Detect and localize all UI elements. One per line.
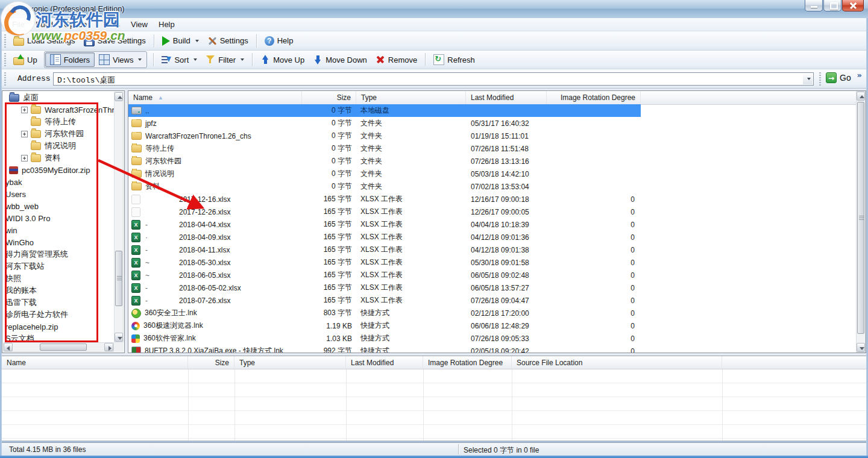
chevron-down-icon[interactable] <box>193 58 197 61</box>
file-row[interactable]: 资料0 字节文件夹07/02/18 13:53:04 <box>128 180 641 193</box>
toolbar-grip[interactable] <box>819 72 821 86</box>
list-vertical-scrollbar[interactable] <box>856 91 866 353</box>
queue-column-header-image-rotation-degree[interactable]: Image Rotation Degree <box>423 356 512 369</box>
file-row[interactable]: 8UFTP 3.8.2.0 XiaZaiBa.exe - 快捷方式.lnk992… <box>128 345 641 353</box>
chevron-down-icon[interactable] <box>241 58 244 61</box>
cell-name: 360软件管家.lnk <box>128 333 302 344</box>
menu-item-help[interactable]: Help <box>153 18 180 31</box>
file-row[interactable]: -2018-04-04.xlsx165 字节XLSX 工作表04/04/18 1… <box>128 218 641 231</box>
queue-column-header-last-modified[interactable]: Last Modified <box>346 356 423 369</box>
tree-horizontal-scrollbar[interactable] <box>3 342 114 352</box>
menu-item-options[interactable]: Options <box>58 18 96 31</box>
queue-column-header-type[interactable]: Type <box>234 356 346 369</box>
toolbar-grip[interactable] <box>4 34 6 48</box>
file-row[interactable]: Warcraft3FrozenThrone1.26_chs0 字节文件夹01/1… <box>128 130 641 142</box>
load-settings-button[interactable]: Load Settings <box>9 34 80 47</box>
file-row[interactable]: ·2018-04-09.xlsx165 字节XLSX 工作表04/12/18 0… <box>128 231 641 243</box>
chevron-down-icon[interactable] <box>195 40 199 42</box>
file-row[interactable]: 360软件管家.lnk1.03 KB快捷方式07/26/18 09:05:330 <box>128 332 641 345</box>
help-button[interactable]: ? Help <box>260 35 298 47</box>
scroll-left-button[interactable] <box>4 343 13 351</box>
queue-column-header-source-file-location[interactable]: Source File Location <box>512 356 722 369</box>
settings-button[interactable]: Settings <box>203 35 253 47</box>
column-header-last-modified[interactable]: Last Modified <box>466 91 547 104</box>
close-button[interactable] <box>842 0 864 11</box>
cell-name: ~2018-06-05.xlsx <box>128 271 302 280</box>
file-row[interactable]: -2018-04-11.xlsx165 字节XLSX 工作表04/12/18 0… <box>128 243 641 256</box>
menu-item-build[interactable]: Build <box>30 18 58 31</box>
toolbar-separator <box>153 53 154 66</box>
tree-vertical-scrollbar[interactable] <box>114 92 124 342</box>
scroll-down-button[interactable] <box>115 333 123 342</box>
menu-item-view[interactable]: View <box>125 18 153 31</box>
cell-rotation: 0 <box>547 271 641 280</box>
tree-item[interactable]: 桌面 <box>3 92 114 104</box>
scrollbar-thumb[interactable] <box>857 102 864 334</box>
column-header-image-rotation-degree[interactable]: Image Rotation Degree <box>547 91 641 104</box>
scroll-right-button[interactable] <box>104 343 113 351</box>
file-row[interactable]: 360安全卫士.lnk803 字节快捷方式02/12/18 17:20:000 <box>128 307 641 319</box>
file-row[interactable]: ~2018-06-05.xlsx165 字节XLSX 工作表06/05/18 0… <box>128 269 641 281</box>
browse-toolbar: Up Folders Views Sort Filter <box>2 51 866 69</box>
column-header-name[interactable]: Name▲ <box>128 91 302 104</box>
queue-column-header-name[interactable]: Name <box>2 356 188 369</box>
cell-rotation: 0 <box>547 347 641 353</box>
sort-ascending-icon: ▲ <box>158 95 163 101</box>
file-row[interactable]: 河东软件园0 字节文件夹07/26/18 13:13:16 <box>128 155 641 168</box>
red-x-icon <box>376 55 385 64</box>
sort-button[interactable]: Sort <box>157 54 201 66</box>
scrollbar-corner <box>114 342 124 352</box>
folder-icon <box>131 157 142 165</box>
file-row[interactable]: 2017-12-16.xlsx165 字节XLSX 工作表12/16/17 09… <box>128 193 641 205</box>
scroll-down-button[interactable] <box>857 343 865 352</box>
file-row[interactable]: 2017-12-26.xlsx165 字节XLSX 工作表12/26/17 09… <box>128 205 641 218</box>
menu-item-file[interactable]: File <box>7 18 30 31</box>
move-down-button[interactable]: Move Down <box>309 54 371 66</box>
file-name: 河东软件园 <box>145 156 181 166</box>
build-button[interactable]: Build <box>158 35 203 47</box>
cell-type: 快捷方式 <box>356 333 466 344</box>
cell-last-modified: 02/05/18 09:20:42 <box>466 347 547 353</box>
move-up-button[interactable]: Move Up <box>256 54 309 66</box>
scroll-up-button[interactable] <box>115 92 123 101</box>
file-row[interactable]: ..0 字节本地磁盘 <box>128 104 641 117</box>
toolbar-grip[interactable] <box>4 53 6 66</box>
scrollbar-thumb[interactable] <box>115 251 122 306</box>
column-grid-line <box>188 369 189 441</box>
cell-name: Warcraft3FrozenThrone1.26_chs <box>128 132 302 140</box>
folders-toggle-button[interactable]: Folders <box>45 52 95 67</box>
file-row[interactable]: 情况说明0 字节文件夹05/03/18 14:42:10 <box>128 168 641 180</box>
cell-last-modified: 05/03/18 14:42:10 <box>466 170 547 178</box>
maximize-button[interactable] <box>823 0 841 11</box>
chevron-down-icon[interactable] <box>138 58 142 61</box>
refresh-button[interactable]: Refresh <box>429 53 479 66</box>
remove-button[interactable]: Remove <box>371 54 421 66</box>
cell-last-modified: 04/12/18 09:01:36 <box>466 233 547 242</box>
file-row[interactable]: -2018-07-26.xlsx165 字节XLSX 工作表07/26/18 0… <box>128 294 641 307</box>
file-row[interactable]: -2018-06-05-02.xlsx165 字节XLSX 工作表06/05/1… <box>128 281 641 294</box>
toolbar-grip[interactable] <box>4 72 6 86</box>
go-button[interactable]: → Go <box>823 71 854 84</box>
build-label: Build <box>173 36 190 45</box>
queue-column-header-size[interactable]: Size <box>188 356 234 369</box>
file-row[interactable]: 360极速浏览器.lnk1.19 KB快捷方式06/06/18 12:48:29… <box>128 319 641 332</box>
redaction-mark: · <box>145 233 151 242</box>
scrollbar-thumb[interactable] <box>40 344 87 351</box>
views-button[interactable]: Views <box>95 53 146 66</box>
filter-button[interactable]: Filter <box>201 54 248 66</box>
title-bar[interactable]: Foxonic (Professional Edition) <box>0 0 868 19</box>
column-header-type[interactable]: Type <box>356 91 466 104</box>
up-button[interactable]: Up <box>9 54 42 66</box>
minimize-button[interactable] <box>805 0 823 11</box>
save-settings-button[interactable]: Save Settings <box>80 34 150 48</box>
address-input[interactable]: D:\tools\桌面 <box>53 72 814 86</box>
menu-item-tools[interactable]: Tools <box>96 18 125 31</box>
column-header-size[interactable]: Size <box>302 91 356 104</box>
file-row[interactable]: 等待上传0 字节文件夹07/26/18 11:51:48 <box>128 142 641 155</box>
scroll-up-button[interactable] <box>857 92 865 101</box>
toolbar-overflow-chevron[interactable]: » <box>857 71 862 80</box>
cell-size: 0 字节 <box>302 181 356 192</box>
file-row[interactable]: jpfz0 字节文件夹05/31/17 16:40:32 <box>128 117 641 130</box>
address-dropdown-button[interactable] <box>803 74 813 84</box>
file-row[interactable]: ~2018-05-30.xlsx165 字节XLSX 工作表05/30/18 0… <box>128 256 641 269</box>
